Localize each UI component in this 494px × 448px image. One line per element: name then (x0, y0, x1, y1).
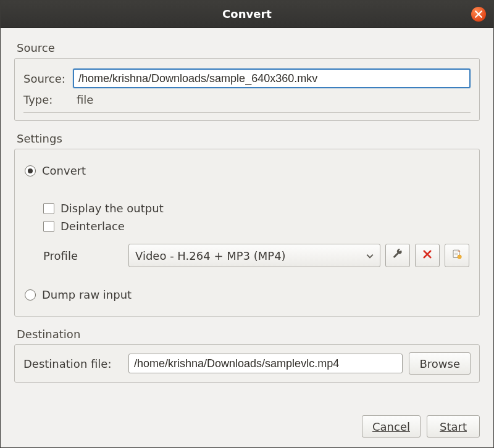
display-output-checkbox[interactable] (43, 203, 54, 214)
deinterlace-checkbox[interactable] (43, 221, 54, 232)
profile-selected-value: Video - H.264 + MP3 (MP4) (135, 249, 286, 262)
wrench-icon (392, 249, 403, 262)
cancel-button[interactable]: Cancel (362, 415, 421, 438)
convert-radio-label: Convert (42, 164, 86, 177)
delete-x-icon (422, 249, 433, 262)
close-button[interactable] (471, 7, 486, 22)
browse-button-label: Browse (419, 357, 460, 370)
cancel-button-text: Cancel (372, 420, 410, 433)
deinterlace-label: Deinterlace (61, 220, 125, 233)
settings-section-label: Settings (17, 132, 480, 145)
source-section-label: Source (17, 41, 480, 54)
delete-profile-button[interactable] (415, 244, 440, 267)
dump-raw-radio-row[interactable]: Dump raw input (25, 288, 469, 301)
browse-button[interactable]: Browse (409, 352, 471, 375)
type-value: file (73, 91, 97, 109)
start-button-text: Start (440, 420, 467, 433)
close-icon (475, 7, 482, 20)
settings-group: Convert Display the output Deinterlace P… (14, 149, 480, 317)
dump-raw-radio-label: Dump raw input (42, 288, 132, 301)
start-button-label: Start (440, 420, 467, 433)
profile-combobox[interactable]: Video - H.264 + MP3 (MP4) (128, 244, 380, 267)
convert-radio[interactable] (25, 165, 36, 176)
source-group-divider (23, 112, 471, 113)
display-output-row[interactable]: Display the output (43, 202, 469, 215)
cancel-button-label: Cancel (372, 420, 410, 433)
convert-dialog: Convert Source Source: Type: file Settin… (0, 0, 494, 448)
new-profile-icon (451, 249, 463, 262)
deinterlace-row[interactable]: Deinterlace (43, 220, 469, 233)
new-profile-button[interactable] (445, 244, 469, 267)
source-group: Source: Type: file (14, 58, 480, 121)
destination-file-input[interactable] (128, 354, 403, 373)
destination-section-label: Destination (17, 328, 480, 341)
display-output-label: Display the output (61, 202, 164, 215)
svg-point-4 (458, 255, 461, 259)
destination-group: Destination file: Browse (14, 344, 480, 383)
source-label: Source: (23, 72, 73, 85)
dialog-footer: Cancel Start (1, 413, 493, 447)
edit-profile-button[interactable] (385, 244, 410, 267)
type-label: Type: (23, 93, 73, 106)
window-title: Convert (222, 7, 272, 20)
destination-file-label: Destination file: (23, 357, 122, 370)
profile-label: Profile (43, 249, 124, 262)
dump-raw-radio[interactable] (25, 289, 36, 301)
chevron-down-icon (366, 249, 374, 262)
dialog-content: Source Source: Type: file Settings Conve… (1, 28, 493, 413)
titlebar: Convert (1, 1, 493, 28)
convert-radio-row[interactable]: Convert (25, 164, 469, 177)
start-button[interactable]: Start (427, 415, 480, 438)
source-input[interactable] (73, 68, 471, 88)
